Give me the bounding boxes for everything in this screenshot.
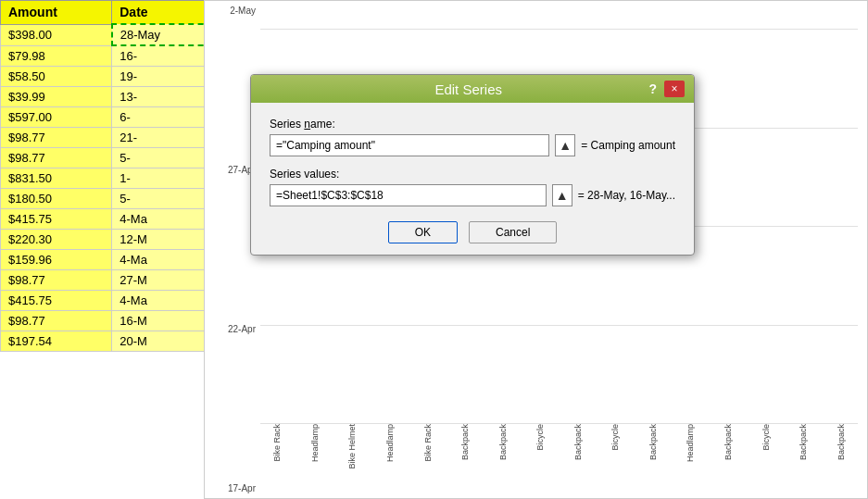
dialog-body: Series name: ▲ = Camping amount Series v… — [251, 103, 694, 255]
close-button[interactable]: × — [664, 81, 685, 97]
edit-series-dialog: Edit Series ? × Series name: ▲ = Camping… — [250, 74, 695, 256]
series-values-input[interactable] — [270, 184, 547, 206]
dialog-buttons: OK Cancel — [270, 221, 675, 243]
series-name-label: Series name: — [270, 118, 675, 131]
series-name-input[interactable] — [270, 134, 549, 156]
modal-overlay: Edit Series ? × Series name: ▲ = Camping… — [0, 0, 868, 499]
series-name-group: Series name: ▲ = Camping amount — [270, 118, 675, 156]
series-name-row: ▲ = Camping amount — [270, 134, 675, 156]
ok-button[interactable]: OK — [388, 221, 458, 243]
series-values-group: Series values: ▲ = 28-May, 16-May... — [270, 168, 675, 206]
help-button[interactable]: ? — [648, 81, 657, 96]
series-name-result: = Camping amount — [581, 139, 675, 152]
series-values-arrow-button[interactable]: ▲ — [552, 184, 572, 206]
dialog-titlebar: Edit Series ? × — [251, 75, 694, 103]
cancel-button[interactable]: Cancel — [469, 221, 557, 243]
series-values-result: = 28-May, 16-May... — [578, 189, 675, 202]
series-values-row: ▲ = 28-May, 16-May... — [270, 184, 675, 206]
dialog-title: Edit Series — [288, 81, 648, 97]
series-name-arrow-button[interactable]: ▲ — [555, 134, 575, 156]
series-values-label: Series values: — [270, 168, 675, 181]
